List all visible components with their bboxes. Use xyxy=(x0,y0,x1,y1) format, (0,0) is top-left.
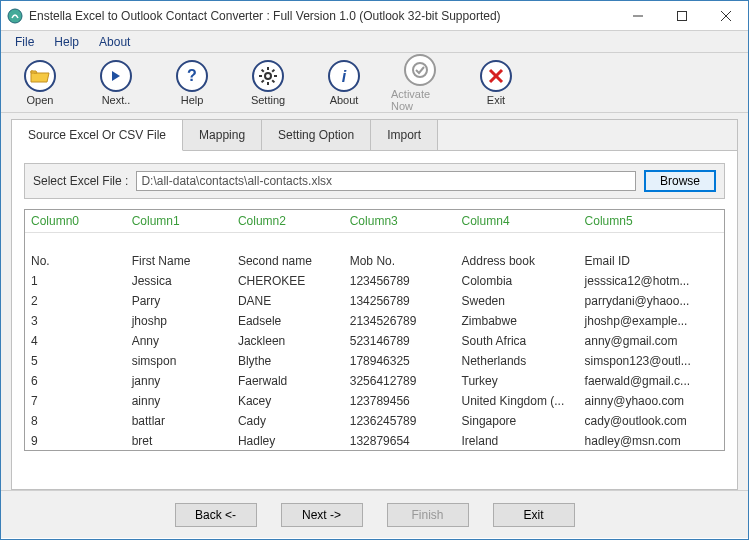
maximize-button[interactable] xyxy=(660,1,704,31)
exit-button[interactable]: Exit xyxy=(493,503,575,527)
table-cell: jhoshp xyxy=(126,311,232,331)
table-cell: Colombia xyxy=(456,271,579,291)
tab-source[interactable]: Source Excel Or CSV File xyxy=(12,120,183,151)
tab-content: Select Excel File : Browse Column0 Colum… xyxy=(12,151,737,463)
back-button[interactable]: Back <- xyxy=(175,503,257,527)
svg-text:i: i xyxy=(342,68,347,85)
table-cell: 3 xyxy=(25,311,126,331)
table-cell: 4 xyxy=(25,331,126,351)
table-cell: battlar xyxy=(126,411,232,431)
table-cell: Second name xyxy=(232,251,344,271)
check-circle-icon xyxy=(411,61,429,79)
table-row[interactable]: 9bretHadley132879654Irelandhadley@msn.co… xyxy=(25,431,724,451)
table-cell: DANE xyxy=(232,291,344,311)
column-header[interactable]: Column2 xyxy=(232,210,344,233)
menu-about[interactable]: About xyxy=(89,33,140,51)
table-cell: Netherlands xyxy=(456,351,579,371)
tab-import[interactable]: Import xyxy=(371,120,438,150)
table-cell: Email ID xyxy=(579,251,724,271)
footer: Back <- Next -> Finish Exit xyxy=(1,490,748,538)
select-file-label: Select Excel File : xyxy=(33,174,128,188)
table-row[interactable]: 7ainnyKacey123789456United Kingdom (...a… xyxy=(25,391,724,411)
table-cell: 178946325 xyxy=(344,351,456,371)
toolbar: Open Next.. ? Help Setting i About Activ… xyxy=(1,53,748,113)
table-row[interactable]: 4AnnyJackleen523146789South Africaanny@g… xyxy=(25,331,724,351)
menu-file[interactable]: File xyxy=(5,33,44,51)
table-cell: janny xyxy=(126,371,232,391)
toolbar-activate-button: Activate Now xyxy=(391,54,449,112)
toolbar-activate-label: Activate Now xyxy=(391,88,449,112)
file-path-input[interactable] xyxy=(136,171,636,191)
table-cell: jesssica12@hotm... xyxy=(579,271,724,291)
table-cell: hadley@msn.com xyxy=(579,431,724,451)
table-cell: Ireland xyxy=(456,431,579,451)
window-title: Enstella Excel to Outlook Contact Conver… xyxy=(29,9,616,23)
table-cell: South Africa xyxy=(456,331,579,351)
toolbar-exit-label: Exit xyxy=(487,94,505,106)
table-cell: Mob No. xyxy=(344,251,456,271)
svg-point-0 xyxy=(8,9,22,23)
table-cell: cady@outlook.com xyxy=(579,411,724,431)
toolbar-setting-button[interactable]: Setting xyxy=(239,60,297,106)
table-cell: Jackleen xyxy=(232,331,344,351)
menu-help[interactable]: Help xyxy=(44,33,89,51)
table-cell: jhoshp@example... xyxy=(579,311,724,331)
table-cell: 1 xyxy=(25,271,126,291)
gear-icon xyxy=(258,66,278,86)
folder-open-icon xyxy=(30,68,50,84)
tab-mapping[interactable]: Mapping xyxy=(183,120,262,150)
toolbar-next-button[interactable]: Next.. xyxy=(87,60,145,106)
table-cell: Parry xyxy=(126,291,232,311)
table-cell: 3256412789 xyxy=(344,371,456,391)
table-scroll[interactable]: Column0 Column1 Column2 Column3 Column4 … xyxy=(25,210,724,450)
table-cell: Cady xyxy=(232,411,344,431)
column-header[interactable]: Column3 xyxy=(344,210,456,233)
table-cell: 8 xyxy=(25,411,126,431)
toolbar-about-label: About xyxy=(330,94,359,106)
table-row[interactable]: 8battlarCady1236245789Singaporecady@outl… xyxy=(25,411,724,431)
browse-button[interactable]: Browse xyxy=(644,170,716,192)
tab-setting-option[interactable]: Setting Option xyxy=(262,120,371,150)
table-cell: parrydani@yhaoo... xyxy=(579,291,724,311)
table-row[interactable]: 6jannyFaerwald3256412789Turkeyfaerwald@g… xyxy=(25,371,724,391)
arrow-right-icon xyxy=(108,68,124,84)
table-cell: ainny@yhaoo.com xyxy=(579,391,724,411)
table-cell: 2 xyxy=(25,291,126,311)
table-row[interactable]: 5simsponBlythe178946325Netherlandssimspo… xyxy=(25,351,724,371)
table-cell: faerwald@gmail.c... xyxy=(579,371,724,391)
close-button[interactable] xyxy=(704,1,748,31)
table-cell: First Name xyxy=(126,251,232,271)
window-controls xyxy=(616,1,748,31)
toolbar-help-button[interactable]: ? Help xyxy=(163,60,221,106)
tabs-container: Source Excel Or CSV File Mapping Setting… xyxy=(11,119,738,490)
table-row[interactable]: 1JessicaCHEROKEE123456789Colombiajesssic… xyxy=(25,271,724,291)
minimize-button[interactable] xyxy=(616,1,660,31)
toolbar-exit-button[interactable]: Exit xyxy=(467,60,525,106)
toolbar-open-button[interactable]: Open xyxy=(11,60,69,106)
column-header[interactable]: Column0 xyxy=(25,210,126,233)
next-button[interactable]: Next -> xyxy=(281,503,363,527)
table-cell: 123789456 xyxy=(344,391,456,411)
table-header-row: Column0 Column1 Column2 Column3 Column4 … xyxy=(25,210,724,233)
finish-button: Finish xyxy=(387,503,469,527)
svg-line-11 xyxy=(262,69,264,71)
table-cell: Singapore xyxy=(456,411,579,431)
column-header[interactable]: Column1 xyxy=(126,210,232,233)
table-cell: 9 xyxy=(25,431,126,451)
svg-line-13 xyxy=(262,80,264,82)
menubar: File Help About xyxy=(1,31,748,53)
svg-line-14 xyxy=(272,69,274,71)
file-select-row: Select Excel File : Browse xyxy=(24,163,725,199)
table-cell: Faerwald xyxy=(232,371,344,391)
table-cell: No. xyxy=(25,251,126,271)
column-header[interactable]: Column4 xyxy=(456,210,579,233)
table-row[interactable]: 2ParryDANE134256789Swedenparrydani@yhaoo… xyxy=(25,291,724,311)
column-header[interactable]: Column5 xyxy=(579,210,724,233)
question-icon: ? xyxy=(183,67,201,85)
toolbar-open-label: Open xyxy=(27,94,54,106)
table-cell: 523146789 xyxy=(344,331,456,351)
table-row[interactable]: No.First NameSecond nameMob No.Address b… xyxy=(25,251,724,271)
table-row[interactable]: 3jhoshpEadsele2134526789Zimbabwejhoshp@e… xyxy=(25,311,724,331)
toolbar-about-button[interactable]: i About xyxy=(315,60,373,106)
spacer-row xyxy=(25,233,724,251)
